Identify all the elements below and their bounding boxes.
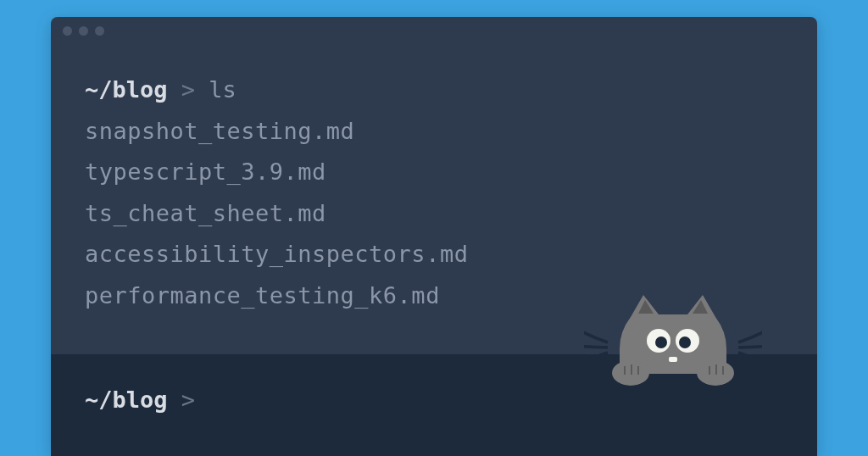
prompt-command: ls (209, 76, 236, 103)
prompt-caret: > (181, 76, 195, 103)
ls-output-line: typescript_3.9.md (85, 152, 783, 193)
cat-peeking-icon (584, 285, 762, 386)
terminal-output-area[interactable]: ~/blog > ls snapshot_testing.md typescri… (51, 44, 817, 456)
maximize-dot-icon[interactable] (95, 26, 104, 36)
prompt-path: ~/blog (85, 386, 168, 413)
prompt-caret: > (181, 386, 195, 413)
close-dot-icon[interactable] (63, 26, 72, 36)
ls-output-line: ts_cheat_sheet.md (85, 193, 783, 235)
terminal-window: ~/blog > ls snapshot_testing.md typescri… (51, 17, 817, 456)
prompt-path: ~/blog (85, 76, 168, 103)
ls-output-line: accessibility_inspectors.md (85, 234, 783, 275)
minimize-dot-icon[interactable] (79, 26, 88, 36)
svg-point-2 (655, 336, 667, 348)
ls-output-line: snapshot_testing.md (85, 111, 783, 153)
svg-point-3 (679, 336, 691, 348)
prompt-line-1: ~/blog > ls (85, 70, 783, 111)
window-titlebar (51, 17, 817, 44)
svg-rect-4 (669, 357, 677, 362)
